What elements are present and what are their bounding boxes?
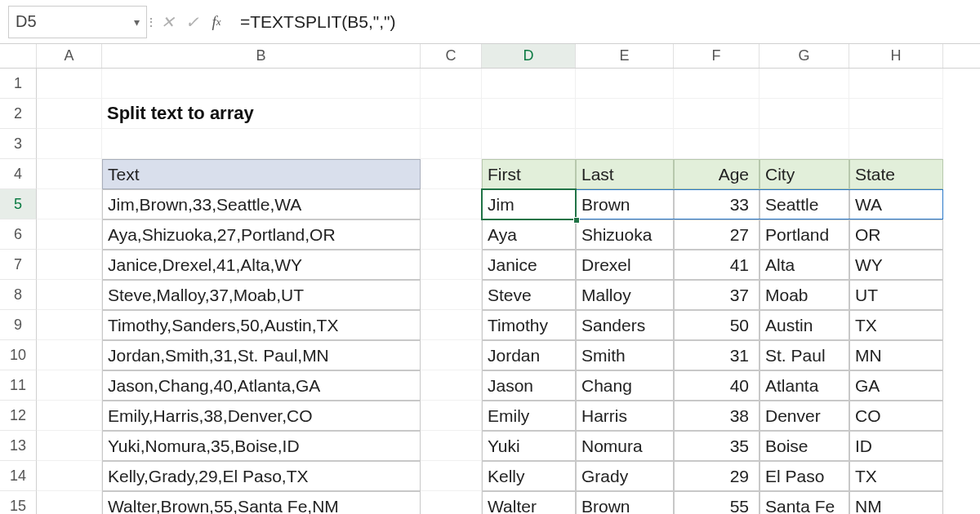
cell-F8[interactable]: 37 [674,280,760,310]
col-header-F[interactable]: F [674,44,760,68]
row-header-15[interactable]: 15 [0,491,37,514]
fill-handle[interactable] [573,217,580,224]
cell-E13[interactable]: Nomura [576,431,674,461]
cell-E5[interactable]: Brown [576,189,674,219]
cell-B7[interactable]: Janice,Drexel,41,Alta,WY [102,250,421,280]
cell-B9[interactable]: Timothy,Sanders,50,Austin,TX [102,310,421,340]
cell-E8[interactable]: Malloy [576,280,674,310]
cell-E7[interactable]: Drexel [576,250,674,280]
cell-H5[interactable]: WA [849,189,943,219]
cell-F14[interactable]: 29 [674,461,760,491]
cell-D11[interactable]: Jason [482,370,576,401]
cell-G6[interactable]: Portland [760,219,849,250]
row-header-2[interactable]: 2 [0,99,37,129]
cell-D2[interactable] [482,99,576,129]
cell-E14[interactable]: Grady [576,461,674,491]
formula-input[interactable]: =TEXTSPLIT(B5,",") [229,6,980,38]
row-header-7[interactable]: 7 [0,250,37,280]
cell-C11[interactable] [421,370,482,401]
cell-A13[interactable] [37,431,102,461]
cell-F2[interactable] [674,99,760,129]
row-header-9[interactable]: 9 [0,310,37,340]
cell-H15[interactable]: NM [849,491,943,514]
cell-E3[interactable] [576,129,674,159]
cell-E9[interactable]: Sanders [576,310,674,340]
last-column-header[interactable]: Last [576,159,674,189]
cell-B13[interactable]: Yuki,Nomura,35,Boise,ID [102,431,421,461]
cell-A6[interactable] [37,219,102,250]
cell-A3[interactable] [37,129,102,159]
cell-H12[interactable]: CO [849,401,943,431]
row-header-12[interactable]: 12 [0,401,37,431]
row-header-13[interactable]: 13 [0,431,37,461]
cell-E12[interactable]: Harris [576,401,674,431]
cell-D1[interactable] [482,69,576,99]
col-header-E[interactable]: E [576,44,674,68]
row-header-6[interactable]: 6 [0,219,37,250]
cell-A12[interactable] [37,401,102,431]
cell-A7[interactable] [37,250,102,280]
enter-icon[interactable]: ✓ [180,6,204,38]
cell-F5[interactable]: 33 [674,189,760,219]
cell-C1[interactable] [421,69,482,99]
chevron-down-icon[interactable]: ▾ [134,16,140,29]
cell-F1[interactable] [674,69,760,99]
cell-G14[interactable]: El Paso [760,461,849,491]
cell-C6[interactable] [421,219,482,250]
cell-D15[interactable]: Walter [482,491,576,514]
cell-B14[interactable]: Kelly,Grady,29,El Paso,TX [102,461,421,491]
fx-icon[interactable]: fx [204,6,229,38]
spreadsheet-grid[interactable]: 1 2 Split text to array 3 4 Te [0,69,980,514]
cell-F9[interactable]: 50 [674,310,760,340]
col-header-A[interactable]: A [37,44,102,68]
cell-F15[interactable]: 55 [674,491,760,514]
cell-C4[interactable] [421,159,482,189]
cell-E2[interactable] [576,99,674,129]
cell-C8[interactable] [421,280,482,310]
cancel-icon[interactable]: ✕ [155,6,180,38]
cell-G2[interactable] [760,99,849,129]
select-all-corner[interactable] [0,44,37,68]
cell-A9[interactable] [37,310,102,340]
cell-H8[interactable]: UT [849,280,943,310]
cell-G5[interactable]: Seattle [760,189,849,219]
cell-H6[interactable]: OR [849,219,943,250]
col-header-G[interactable]: G [760,44,849,68]
page-title[interactable]: Split text to array [102,99,421,129]
cell-F3[interactable] [674,129,760,159]
row-header-11[interactable]: 11 [0,370,37,401]
cell-D12[interactable]: Emily [482,401,576,431]
row-header-14[interactable]: 14 [0,461,37,491]
cell-E15[interactable]: Brown [576,491,674,514]
cell-D7[interactable]: Janice [482,250,576,280]
cell-C15[interactable] [421,491,482,514]
col-header-D[interactable]: D [482,44,576,68]
cell-H7[interactable]: WY [849,250,943,280]
cell-H14[interactable]: TX [849,461,943,491]
cell-H3[interactable] [849,129,943,159]
cell-H11[interactable]: GA [849,370,943,401]
cell-G13[interactable]: Boise [760,431,849,461]
cell-G9[interactable]: Austin [760,310,849,340]
cell-D8[interactable]: Steve [482,280,576,310]
cell-C3[interactable] [421,129,482,159]
cell-A10[interactable] [37,340,102,370]
col-header-H[interactable]: H [849,44,943,68]
state-column-header[interactable]: State [849,159,943,189]
cell-C13[interactable] [421,431,482,461]
cell-H2[interactable] [849,99,943,129]
cell-C2[interactable] [421,99,482,129]
city-column-header[interactable]: City [760,159,849,189]
cell-B11[interactable]: Jason,Chang,40,Atlanta,GA [102,370,421,401]
cell-G1[interactable] [760,69,849,99]
cell-H10[interactable]: MN [849,340,943,370]
cell-A14[interactable] [37,461,102,491]
cell-F13[interactable]: 35 [674,431,760,461]
cell-C12[interactable] [421,401,482,431]
cell-H9[interactable]: TX [849,310,943,340]
cell-E10[interactable]: Smith [576,340,674,370]
cell-D9[interactable]: Timothy [482,310,576,340]
cell-A5[interactable] [37,189,102,219]
row-header-10[interactable]: 10 [0,340,37,370]
first-column-header[interactable]: First [482,159,576,189]
